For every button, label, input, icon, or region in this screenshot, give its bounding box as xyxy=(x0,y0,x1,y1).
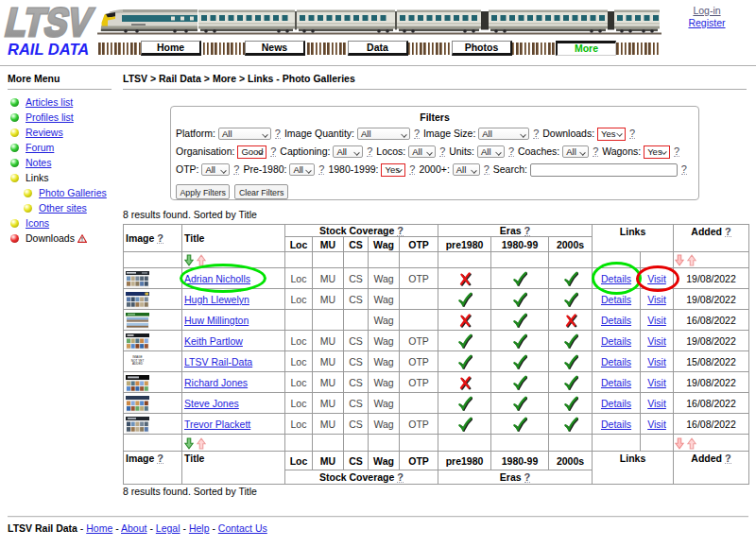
svg-text:ADDED: ADDED xyxy=(132,362,144,366)
svg-text:LTSV: LTSV xyxy=(3,5,97,40)
